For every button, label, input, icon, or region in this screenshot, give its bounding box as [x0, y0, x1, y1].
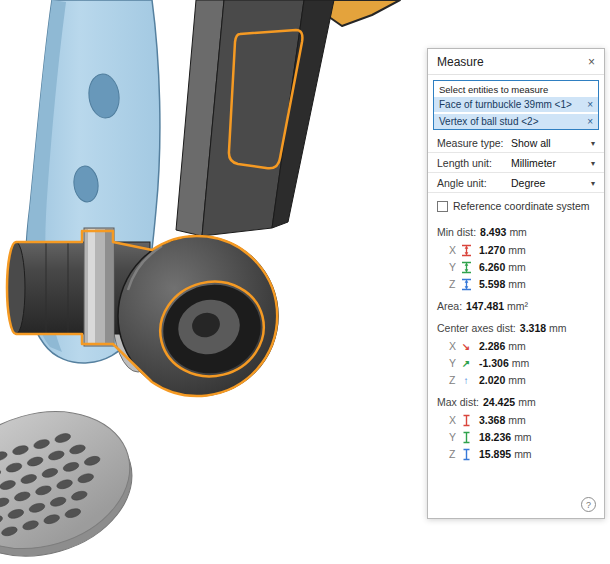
measure-label: Min dist: [437, 226, 476, 239]
dropdown-label: Measure type: [437, 137, 511, 149]
min-dist-row: Min dist: 8.493 mm [437, 226, 595, 239]
checkbox-box[interactable] [437, 201, 448, 212]
entity-label: Face of turnbuckle 39mm <1> [439, 99, 572, 110]
panel-footer: ? [428, 493, 604, 518]
dropdown-value: Degree [511, 177, 587, 189]
measure-value: 2.020 [479, 374, 505, 387]
axis-letter: Z [449, 374, 458, 387]
min-dist-icon [459, 261, 473, 274]
axis-letter: Y [449, 357, 458, 370]
axis-letter: Z [449, 278, 458, 291]
axis-letter: Y [449, 261, 458, 274]
max-dist-y-row: Y 18.236 mm [437, 431, 595, 444]
chevron-down-icon: ▾ [591, 139, 595, 148]
measurement-results: Min dist: 8.493 mm X 1.270 mm Y 6.260 mm [428, 215, 604, 493]
measure-value: 15.895 [479, 448, 511, 461]
measure-unit: mm [508, 244, 526, 257]
dropdown-value: Show all [511, 137, 587, 149]
entity-selection-box[interactable]: Select entities to measure Face of turnb… [433, 80, 599, 130]
measure-value: 2.286 [479, 340, 505, 353]
measure-unit: mm² [507, 300, 528, 313]
min-dist-z-row: Z 5.598 mm [437, 278, 595, 291]
app-window: Measure × Select entities to measure Fac… [0, 0, 610, 564]
angle-unit-dropdown[interactable]: Angle unit: Degree ▾ [428, 173, 604, 193]
min-dist-icon [459, 278, 473, 291]
measure-label: Max dist: [437, 396, 479, 409]
checkbox-label: Reference coordinate system [453, 200, 590, 212]
measure-unit: mm [509, 226, 527, 239]
remove-entity-icon[interactable]: × [587, 116, 593, 127]
panel-title: Measure [437, 55, 484, 69]
entity-label: Vertex of ball stud <2> [439, 116, 539, 127]
measure-unit: mm [508, 340, 526, 353]
max-dist-icon [459, 448, 473, 461]
axis-letter: X [449, 340, 458, 353]
reference-coordinate-checkbox[interactable]: Reference coordinate system [428, 193, 604, 215]
arrow-down-right-icon: ↘ [459, 340, 473, 353]
center-z-row: Z ↑ 2.020 mm [437, 374, 595, 387]
measure-value: 1.270 [479, 244, 505, 257]
max-dist-row: Max dist: 24.425 mm [437, 396, 595, 409]
measure-unit: mm [514, 448, 532, 461]
axis-letter: X [449, 414, 458, 427]
measure-value: 24.425 [483, 396, 515, 409]
measure-value: 18.236 [479, 431, 511, 444]
collar-washer [84, 228, 114, 346]
measure-value: 3.368 [479, 414, 505, 427]
measure-panel: Measure × Select entities to measure Fac… [427, 48, 605, 519]
measure-value: 5.598 [479, 278, 505, 291]
min-dist-icon [459, 244, 473, 257]
measure-unit: mm [518, 396, 536, 409]
length-unit-dropdown[interactable]: Length unit: Millimeter ▾ [428, 153, 604, 173]
max-dist-icon [459, 414, 473, 427]
measure-label: Center axes dist: [437, 322, 516, 335]
measure-unit: mm [549, 322, 567, 335]
arrow-up-right-icon: ↗ [459, 357, 473, 370]
entity-chip-vertex[interactable]: Vertex of ball stud <2> × [434, 114, 598, 129]
dropdown-label: Angle unit: [437, 177, 511, 189]
measure-unit: mm [512, 357, 530, 370]
measure-value: -1.306 [479, 357, 509, 370]
center-y-row: Y ↗ -1.306 mm [437, 357, 595, 370]
dropdown-value: Millimeter [511, 157, 587, 169]
chevron-down-icon: ▾ [591, 179, 595, 188]
measure-type-dropdown[interactable]: Measure type: Show all ▾ [428, 133, 604, 153]
measure-value: 3.318 [520, 322, 546, 335]
measure-unit: mm [508, 261, 526, 274]
axis-letter: X [449, 244, 458, 257]
max-dist-x-row: X 3.368 mm [437, 414, 595, 427]
measure-unit: mm [508, 374, 526, 387]
measure-unit: mm [514, 431, 532, 444]
measure-value: 147.481 [466, 300, 504, 313]
entity-chip-face[interactable]: Face of turnbuckle 39mm <1> × [434, 97, 598, 112]
area-row: Area: 147.481 mm² [437, 300, 595, 313]
max-dist-z-row: Z 15.895 mm [437, 448, 595, 461]
max-dist-icon [459, 431, 473, 444]
remove-entity-icon[interactable]: × [587, 99, 593, 110]
dropdown-label: Length unit: [437, 157, 511, 169]
arrow-up-icon: ↑ [459, 374, 473, 387]
center-x-row: X ↘ 2.286 mm [437, 340, 595, 353]
panel-header: Measure × [428, 49, 604, 75]
center-axes-dist-row: Center axes dist: 3.318 mm [437, 322, 595, 335]
chevron-down-icon: ▾ [591, 159, 595, 168]
measure-value: 6.260 [479, 261, 505, 274]
close-icon[interactable]: × [588, 56, 595, 68]
help-icon[interactable]: ? [581, 497, 596, 512]
axis-letter: Y [449, 431, 458, 444]
min-dist-x-row: X 1.270 mm [437, 244, 595, 257]
measure-label: Area: [437, 300, 462, 313]
measure-unit: mm [508, 414, 526, 427]
entities-label: Select entities to measure [434, 81, 598, 97]
measure-unit: mm [508, 278, 526, 291]
min-dist-y-row: Y 6.260 mm [437, 261, 595, 274]
axis-letter: Z [449, 448, 458, 461]
measure-value: 8.493 [480, 226, 506, 239]
